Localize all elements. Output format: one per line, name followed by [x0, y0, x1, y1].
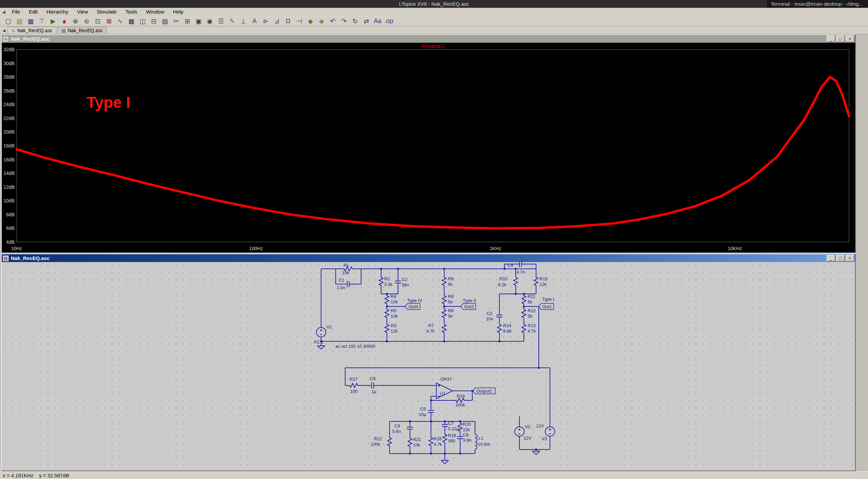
component-r21[interactable]: R2110k [408, 437, 421, 448]
component-r4[interactable]: R410k [385, 294, 398, 305]
component-icon[interactable]: ⊿ [271, 17, 282, 26]
component-c2[interactable]: C256n [395, 277, 409, 287]
component-r13[interactable]: R134.7k [522, 323, 536, 334]
zoom-back-icon[interactable]: ⊖ [81, 17, 92, 26]
print-icon[interactable]: ☰ [215, 17, 226, 26]
component-c3[interactable]: C310n [486, 311, 502, 321]
component-r17[interactable]: R17100 [348, 377, 359, 394]
plot-settings-icon[interactable]: ▩ [126, 17, 137, 26]
mirror-icon[interactable]: ⇄ [361, 17, 372, 26]
restore-button[interactable]: □ [836, 36, 845, 42]
svg-text:Type I: Type I [542, 297, 554, 302]
component-u1[interactable]: U1OP37 [436, 377, 453, 399]
component-r22[interactable]: R22100k [371, 436, 392, 447]
component-r5[interactable]: R510k [385, 308, 398, 319]
menu-file[interactable]: File [7, 9, 24, 15]
ground-icon[interactable]: ⊥ [238, 17, 249, 26]
app-menu-icon[interactable]: ◢ [0, 9, 7, 14]
component-r12[interactable]: R125k [522, 308, 536, 319]
menu-view[interactable]: View [73, 9, 92, 15]
net-flag-out1[interactable]: Out1 [539, 303, 554, 310]
menu-edit[interactable]: Edit [24, 9, 42, 15]
component-r10[interactable]: R108.2k [498, 276, 518, 287]
net-flag-output1[interactable]: Output1 [473, 388, 495, 394]
move-icon[interactable]: ◆ [305, 17, 316, 26]
text-tool-icon[interactable]: Aa [372, 17, 383, 26]
trace-v-output1[interactable] [17, 77, 849, 228]
close-button[interactable]: × [846, 36, 854, 42]
menu-hierarchy[interactable]: Hierarchy [42, 9, 73, 15]
trace-label[interactable]: V(output1) [421, 43, 445, 49]
waveform-plot-area[interactable]: 32dB30dB28dB26dB24dB22dB20dB18dB16dB14dB… [2, 43, 855, 252]
pencil-icon[interactable]: ✎ [226, 17, 238, 26]
save-icon[interactable]: ▦ [25, 17, 36, 26]
copy-icon[interactable]: ⊞ [182, 17, 193, 26]
menu-help[interactable]: Help [169, 9, 188, 15]
component-r3[interactable]: R312k [385, 323, 398, 334]
waveform-window-titlebar[interactable]: ∿ Nak_RecEQ.asc _ □ × [2, 35, 855, 43]
component-r1[interactable]: R115k [342, 263, 354, 275]
redo-icon[interactable]: ↷ [338, 17, 350, 26]
component-c6[interactable]: C61µ [370, 376, 376, 394]
component-r6[interactable]: R65k [442, 276, 454, 287]
run-icon[interactable]: ▶ [47, 17, 59, 26]
zoom-fit-icon[interactable]: ⊡ [92, 17, 103, 26]
component-gnd[interactable] [532, 451, 540, 455]
component-r8[interactable]: R85k [442, 308, 454, 319]
component-gnd[interactable] [317, 346, 325, 349]
cascade-windows-icon[interactable]: ▧ [159, 17, 171, 26]
diode-icon[interactable]: ⊳ [260, 17, 271, 26]
net-flag-out4[interactable]: Out4 [405, 303, 420, 310]
component-c5[interactable]: C510µ [419, 406, 434, 417]
spice-directive-icon[interactable]: .op [383, 17, 394, 26]
cut-icon[interactable]: ✂ [171, 17, 182, 26]
menu-window[interactable]: Window [142, 9, 169, 15]
zoom-out-icon[interactable]: ⊠ [103, 17, 115, 26]
new-schematic-icon[interactable]: ▢ [3, 17, 14, 26]
resistor-icon[interactable]: Ω [282, 17, 294, 26]
component-r15[interactable]: R1512k [534, 276, 548, 287]
tab-1-nak_receq.asc[interactable]: ∿Nak_RecEQ.asc [7, 27, 56, 34]
tab-scroll-left-button[interactable]: ◀ [1, 27, 7, 34]
tile-horizontal-icon[interactable]: ⊟ [148, 17, 159, 26]
menu-simulate[interactable]: Simulate [92, 9, 121, 15]
open-file-icon[interactable]: ▤ [14, 17, 25, 26]
menu-tools[interactable]: Tools [121, 9, 142, 15]
tile-vertical-icon[interactable]: ◫ [137, 17, 148, 26]
capacitor-icon[interactable]: ⊣ [294, 17, 305, 26]
component-gnd[interactable] [441, 460, 449, 464]
close-button[interactable]: × [846, 255, 854, 261]
rotate-icon[interactable]: ↻ [350, 17, 361, 26]
component-r14[interactable]: R146.8k [497, 323, 512, 334]
component-l1[interactable]: L110.5m [475, 434, 490, 449]
minimize-button[interactable]: _ [827, 36, 835, 42]
component-r18[interactable]: R18100k [454, 394, 466, 407]
undo-icon[interactable]: ↶ [327, 17, 338, 26]
autorange-icon[interactable]: ∿ [115, 17, 126, 26]
tab-2-nak_receq.asc[interactable]: ▤Nak_RecEQ.asc [57, 27, 107, 34]
component-r16[interactable]: R164.7k [429, 436, 442, 447]
schematic-canvas[interactable]: R115kC11.0nR23.3kC256nR410kR510kR312kR65… [2, 262, 855, 471]
component-v2[interactable]: V212V [515, 424, 531, 441]
component-v3[interactable]: V312V [536, 423, 555, 441]
paste-icon[interactable]: ▣ [193, 17, 204, 26]
halt-icon[interactable]: ∎ [59, 17, 70, 26]
component-r20[interactable]: R2022k [458, 421, 471, 433]
zoom-in-icon[interactable]: ⊕ [70, 17, 81, 26]
drag-icon[interactable]: ◈ [316, 17, 327, 26]
net-label-icon[interactable]: A [249, 17, 260, 26]
component-r7[interactable]: R74.7k [426, 323, 446, 334]
restore-button[interactable]: □ [836, 255, 845, 261]
control-panel-icon[interactable]: ⊤ [36, 17, 47, 26]
component-r19[interactable]: R19390 [443, 433, 456, 444]
component-r11[interactable]: R115k [522, 294, 535, 305]
find-icon[interactable]: ◉ [204, 17, 215, 26]
window-titlebar[interactable]: LTspice XVII - Nak_RecEQ.asc Terminal - … [0, 0, 868, 8]
component-c8[interactable]: C83.9n [457, 432, 471, 443]
background-terminal-titlebar[interactable]: Terminal - tman@tman-desktop: ~/dmg... [766, 0, 868, 8]
schematic-window-titlebar[interactable]: ▤ Nak_RecEQ.asc _ □ × [2, 254, 855, 262]
component-r9[interactable]: R95k [442, 294, 454, 305]
net-flag-out2[interactable]: Out2 [461, 303, 476, 310]
component-r2[interactable]: R23.3k [379, 276, 393, 287]
minimize-button[interactable]: _ [827, 255, 835, 261]
